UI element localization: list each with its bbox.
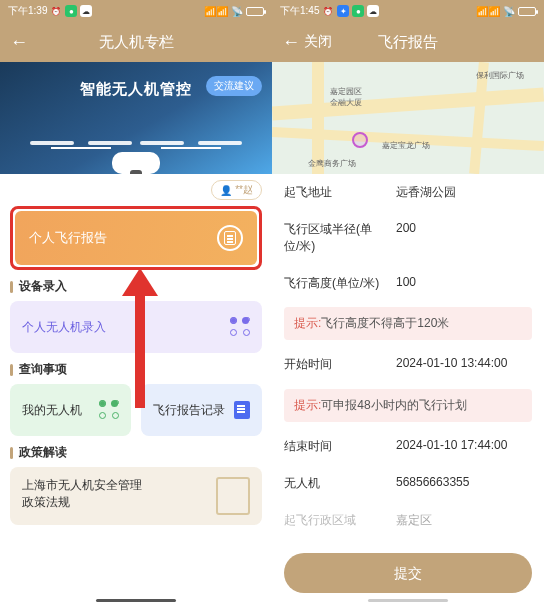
tip-text: 飞行高度不得高于120米 xyxy=(321,316,449,330)
status-time: 下午1:39 xyxy=(8,4,47,18)
home-indicator[interactable] xyxy=(96,599,176,602)
field-label: 开始时间 xyxy=(284,356,384,373)
tip-prefix: 提示: xyxy=(294,316,321,330)
card-label: 飞行报告记录 xyxy=(153,402,225,419)
app-icon: ☁ xyxy=(367,5,379,17)
field-value: 100 xyxy=(396,275,532,292)
field-label: 起飞地址 xyxy=(284,184,384,201)
field-value: 嘉定区 xyxy=(396,512,532,529)
signal-icon: 📶📶 xyxy=(204,6,228,17)
banner-title: 智能无人机管控 xyxy=(80,80,192,99)
app-icon: ● xyxy=(65,5,77,17)
flight-form: 起飞地址 远香湖公园 飞行区域半径(单位/米) 200 飞行高度(单位/米) 1… xyxy=(272,174,544,606)
alarm-icon: ⏰ xyxy=(322,5,334,17)
form-row-drone[interactable]: 无人机 56856663355 xyxy=(284,465,532,502)
feedback-button[interactable]: 交流建议 xyxy=(206,76,262,96)
phone-left: 下午1:39 ⏰ ● ☁ 📶📶 📡 ← 无人机专栏 智能无人机管控 交流建议 👤… xyxy=(0,0,272,606)
field-label: 无人机 xyxy=(284,475,384,492)
back-icon: ← xyxy=(282,32,300,53)
report-icon xyxy=(217,225,243,251)
field-value: 2024-01-10 17:44:00 xyxy=(396,438,532,455)
card-label: 上海市无人机安全管理 政策法规 xyxy=(22,477,142,511)
form-row-end-time[interactable]: 结束时间 2024-01-10 17:44:00 xyxy=(284,428,532,465)
map-view[interactable]: 保利国际广场 嘉定园区 金融大厦 嘉定宝龙广场 金鹰商务广场 xyxy=(272,62,544,174)
form-row-address[interactable]: 起飞地址 远香湖公园 xyxy=(284,174,532,211)
page-header: ← 无人机专栏 xyxy=(0,22,272,62)
app-icon: ☁ xyxy=(80,5,92,17)
user-name: **赵 xyxy=(235,183,253,197)
field-label: 结束时间 xyxy=(284,438,384,455)
field-value: 2024-01-10 13:44:00 xyxy=(396,356,532,373)
form-row-start-time[interactable]: 开始时间 2024-01-10 13:44:00 xyxy=(284,346,532,383)
folder-icon xyxy=(216,477,250,515)
page-title: 无人机专栏 xyxy=(99,33,174,52)
card-label: 个人飞行报告 xyxy=(29,229,107,247)
tip-text: 可申报48小时内的飞行计划 xyxy=(321,398,466,412)
page-header: ← 关闭 飞行报告 xyxy=(272,22,544,62)
battery-icon xyxy=(246,7,264,16)
submit-button[interactable]: 提交 xyxy=(284,553,532,593)
map-pin-icon xyxy=(352,132,368,148)
form-row-radius[interactable]: 飞行区域半径(单位/米) 200 xyxy=(284,211,532,265)
tip-prefix: 提示: xyxy=(294,398,321,412)
card-label: 个人无人机录入 xyxy=(22,319,106,336)
status-bar: 下午1:39 ⏰ ● ☁ 📶📶 📡 xyxy=(0,0,272,22)
close-button[interactable]: ← 关闭 xyxy=(282,32,332,53)
tip-window: 提示:可申报48小时内的飞行计划 xyxy=(284,389,532,422)
field-value: 远香湖公园 xyxy=(396,184,532,201)
back-icon[interactable]: ← xyxy=(10,32,28,53)
field-value: 56856663355 xyxy=(396,475,532,492)
wifi-icon: 📡 xyxy=(231,6,243,17)
field-label: 起飞行政区域 xyxy=(284,512,384,529)
hero-banner[interactable]: 智能无人机管控 交流建议 xyxy=(0,62,272,174)
drone-illustration xyxy=(26,119,246,174)
policy-card[interactable]: 上海市无人机安全管理 政策法规 xyxy=(10,467,262,525)
status-time: 下午1:45 xyxy=(280,4,319,18)
drone-icon xyxy=(99,400,119,420)
home-indicator[interactable] xyxy=(368,599,448,602)
user-icon: 👤 xyxy=(220,185,232,196)
alarm-icon: ⏰ xyxy=(50,5,62,17)
app-icon: ● xyxy=(352,5,364,17)
phone-right: 下午1:45 ⏰ ✦ ● ☁ 📶📶 📡 ← 关闭 飞行报告 保利国际广场 嘉定园… xyxy=(272,0,544,606)
app-icon: ✦ xyxy=(337,5,349,17)
field-value: 200 xyxy=(396,221,532,255)
flight-log-card[interactable]: 飞行报告记录 xyxy=(141,384,262,436)
field-label: 飞行区域半径(单位/米) xyxy=(284,221,384,255)
drone-icon xyxy=(230,317,250,337)
field-label: 飞行高度(单位/米) xyxy=(284,275,384,292)
map-poi: 保利国际广场 xyxy=(476,70,524,81)
section-heading-policy: 政策解读 xyxy=(10,444,262,461)
close-label: 关闭 xyxy=(304,33,332,51)
map-poi: 嘉定宝龙广场 xyxy=(382,140,430,151)
personal-flight-report-card[interactable]: 个人飞行报告 xyxy=(15,211,257,265)
highlight-frame: 个人飞行报告 xyxy=(10,206,262,270)
user-chip[interactable]: 👤 **赵 xyxy=(211,180,262,200)
section-heading-entry: 设备录入 xyxy=(10,278,262,295)
wifi-icon: 📡 xyxy=(503,6,515,17)
document-icon xyxy=(234,401,250,419)
page-title: 飞行报告 xyxy=(378,33,438,52)
personal-drone-entry-card[interactable]: 个人无人机录入 xyxy=(10,301,262,353)
status-bar: 下午1:45 ⏰ ✦ ● ☁ 📶📶 📡 xyxy=(272,0,544,22)
signal-icon: 📶📶 xyxy=(476,6,500,17)
battery-icon xyxy=(518,7,536,16)
section-heading-query: 查询事项 xyxy=(10,361,262,378)
form-row-region[interactable]: 起飞行政区域 嘉定区 xyxy=(284,502,532,539)
form-row-altitude[interactable]: 飞行高度(单位/米) 100 xyxy=(284,265,532,302)
card-label: 我的无人机 xyxy=(22,402,82,419)
map-poi: 金鹰商务广场 xyxy=(308,158,356,169)
map-poi: 嘉定园区 金融大厦 xyxy=(330,86,362,108)
tip-altitude: 提示:飞行高度不得高于120米 xyxy=(284,307,532,340)
my-drones-card[interactable]: 我的无人机 xyxy=(10,384,131,436)
